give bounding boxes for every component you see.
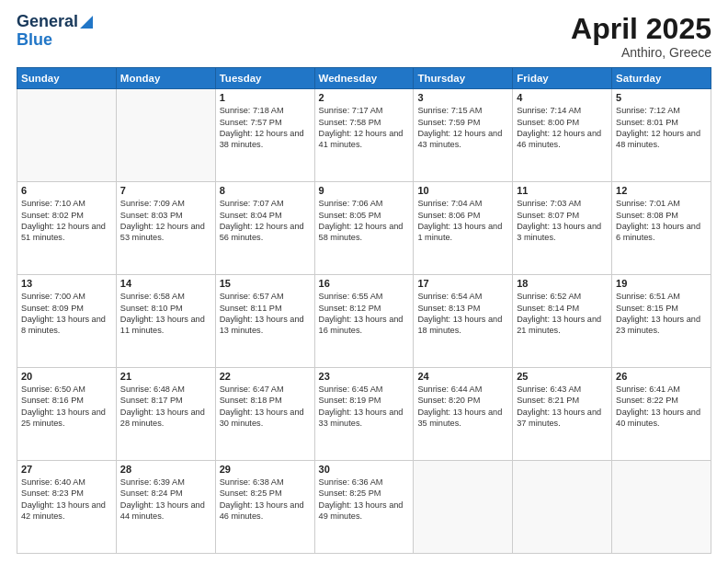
day-info: Sunrise: 7:06 AM Sunset: 8:05 PM Dayligh… <box>319 198 410 244</box>
day-cell: 20Sunrise: 6:50 AM Sunset: 8:16 PM Dayli… <box>17 368 117 461</box>
title-block: April 2025 Anthiro, Greece <box>571 13 711 60</box>
day-cell: 2Sunrise: 7:17 AM Sunset: 7:58 PM Daylig… <box>314 89 414 182</box>
day-number: 16 <box>319 278 410 289</box>
day-info: Sunrise: 6:45 AM Sunset: 8:19 PM Dayligh… <box>319 384 410 430</box>
day-cell: 5Sunrise: 7:12 AM Sunset: 8:01 PM Daylig… <box>612 89 711 182</box>
day-number: 10 <box>417 185 508 196</box>
day-info: Sunrise: 7:18 AM Sunset: 7:57 PM Dayligh… <box>220 105 311 151</box>
day-info: Sunrise: 7:10 AM Sunset: 8:02 PM Dayligh… <box>21 198 112 244</box>
day-cell <box>17 89 117 182</box>
week-row-2: 6Sunrise: 7:10 AM Sunset: 8:02 PM Daylig… <box>17 182 711 275</box>
day-number: 4 <box>517 92 608 103</box>
day-cell: 25Sunrise: 6:43 AM Sunset: 8:21 PM Dayli… <box>513 368 612 461</box>
calendar-header-row: SundayMondayTuesdayWednesdayThursdayFrid… <box>17 68 711 89</box>
day-cell: 11Sunrise: 7:03 AM Sunset: 8:07 PM Dayli… <box>513 182 612 275</box>
day-cell: 13Sunrise: 7:00 AM Sunset: 8:09 PM Dayli… <box>17 275 117 368</box>
day-cell: 27Sunrise: 6:40 AM Sunset: 8:23 PM Dayli… <box>17 461 117 554</box>
day-info: Sunrise: 6:47 AM Sunset: 8:18 PM Dayligh… <box>220 384 311 430</box>
day-number: 25 <box>517 371 608 382</box>
day-cell: 15Sunrise: 6:57 AM Sunset: 8:11 PM Dayli… <box>215 275 314 368</box>
week-row-4: 20Sunrise: 6:50 AM Sunset: 8:16 PM Dayli… <box>17 368 711 461</box>
day-info: Sunrise: 7:14 AM Sunset: 8:00 PM Dayligh… <box>517 105 608 151</box>
day-info: Sunrise: 6:55 AM Sunset: 8:12 PM Dayligh… <box>319 291 410 337</box>
day-number: 5 <box>616 92 707 103</box>
day-number: 11 <box>517 185 608 196</box>
day-info: Sunrise: 6:58 AM Sunset: 8:10 PM Dayligh… <box>120 291 211 337</box>
day-number: 27 <box>21 464 112 475</box>
column-header-thursday: Thursday <box>414 68 513 89</box>
day-info: Sunrise: 7:01 AM Sunset: 8:08 PM Dayligh… <box>616 198 707 244</box>
day-cell: 19Sunrise: 6:51 AM Sunset: 8:15 PM Dayli… <box>612 275 711 368</box>
day-info: Sunrise: 7:09 AM Sunset: 8:03 PM Dayligh… <box>120 198 211 244</box>
day-number: 21 <box>120 371 211 382</box>
calendar-title: April 2025 <box>571 13 711 45</box>
day-info: Sunrise: 6:44 AM Sunset: 8:20 PM Dayligh… <box>417 384 508 430</box>
column-header-sunday: Sunday <box>17 68 117 89</box>
day-info: Sunrise: 6:38 AM Sunset: 8:25 PM Dayligh… <box>220 477 311 523</box>
day-number: 3 <box>417 92 508 103</box>
day-info: Sunrise: 6:57 AM Sunset: 8:11 PM Dayligh… <box>220 291 311 337</box>
day-cell: 26Sunrise: 6:41 AM Sunset: 8:22 PM Dayli… <box>612 368 711 461</box>
day-info: Sunrise: 6:48 AM Sunset: 8:17 PM Dayligh… <box>120 384 211 430</box>
day-info: Sunrise: 6:43 AM Sunset: 8:21 PM Dayligh… <box>517 384 608 430</box>
day-number: 28 <box>120 464 211 475</box>
day-number: 30 <box>319 464 410 475</box>
day-info: Sunrise: 6:41 AM Sunset: 8:22 PM Dayligh… <box>616 384 707 430</box>
day-cell: 22Sunrise: 6:47 AM Sunset: 8:18 PM Dayli… <box>215 368 314 461</box>
column-header-tuesday: Tuesday <box>215 68 314 89</box>
column-header-monday: Monday <box>116 68 215 89</box>
day-cell: 10Sunrise: 7:04 AM Sunset: 8:06 PM Dayli… <box>414 182 513 275</box>
day-cell: 1Sunrise: 7:18 AM Sunset: 7:57 PM Daylig… <box>215 89 314 182</box>
day-info: Sunrise: 6:36 AM Sunset: 8:25 PM Dayligh… <box>319 477 410 523</box>
day-info: Sunrise: 6:40 AM Sunset: 8:23 PM Dayligh… <box>21 477 112 523</box>
day-number: 7 <box>120 185 211 196</box>
header: General Blue April 2025 Anthiro, Greece <box>17 13 711 60</box>
day-cell <box>414 461 513 554</box>
day-number: 9 <box>319 185 410 196</box>
day-cell: 9Sunrise: 7:06 AM Sunset: 8:05 PM Daylig… <box>314 182 414 275</box>
day-cell: 8Sunrise: 7:07 AM Sunset: 8:04 PM Daylig… <box>215 182 314 275</box>
day-number: 6 <box>21 185 112 196</box>
day-number: 20 <box>21 371 112 382</box>
day-cell: 24Sunrise: 6:44 AM Sunset: 8:20 PM Dayli… <box>414 368 513 461</box>
day-number: 18 <box>517 278 608 289</box>
day-number: 19 <box>616 278 707 289</box>
day-cell: 17Sunrise: 6:54 AM Sunset: 8:13 PM Dayli… <box>414 275 513 368</box>
day-cell: 28Sunrise: 6:39 AM Sunset: 8:24 PM Dayli… <box>116 461 215 554</box>
logo-triangle-icon <box>80 16 93 29</box>
day-cell: 29Sunrise: 6:38 AM Sunset: 8:25 PM Dayli… <box>215 461 314 554</box>
column-header-friday: Friday <box>513 68 612 89</box>
day-info: Sunrise: 6:50 AM Sunset: 8:16 PM Dayligh… <box>21 384 112 430</box>
calendar-location: Anthiro, Greece <box>571 45 711 60</box>
day-number: 26 <box>616 371 707 382</box>
calendar-table: SundayMondayTuesdayWednesdayThursdayFrid… <box>17 67 711 554</box>
column-header-saturday: Saturday <box>612 68 711 89</box>
day-number: 17 <box>417 278 508 289</box>
day-number: 14 <box>120 278 211 289</box>
page: General Blue April 2025 Anthiro, Greece … <box>0 0 728 563</box>
day-number: 24 <box>417 371 508 382</box>
day-info: Sunrise: 7:17 AM Sunset: 7:58 PM Dayligh… <box>319 105 410 151</box>
day-cell: 7Sunrise: 7:09 AM Sunset: 8:03 PM Daylig… <box>116 182 215 275</box>
column-header-wednesday: Wednesday <box>314 68 414 89</box>
day-info: Sunrise: 7:15 AM Sunset: 7:59 PM Dayligh… <box>417 105 508 151</box>
day-number: 2 <box>319 92 410 103</box>
day-cell <box>612 461 711 554</box>
day-number: 23 <box>319 371 410 382</box>
day-info: Sunrise: 7:03 AM Sunset: 8:07 PM Dayligh… <box>517 198 608 244</box>
day-info: Sunrise: 7:04 AM Sunset: 8:06 PM Dayligh… <box>417 198 508 244</box>
day-cell: 21Sunrise: 6:48 AM Sunset: 8:17 PM Dayli… <box>116 368 215 461</box>
week-row-1: 1Sunrise: 7:18 AM Sunset: 7:57 PM Daylig… <box>17 89 711 182</box>
day-info: Sunrise: 6:39 AM Sunset: 8:24 PM Dayligh… <box>120 477 211 523</box>
day-cell: 14Sunrise: 6:58 AM Sunset: 8:10 PM Dayli… <box>116 275 215 368</box>
day-info: Sunrise: 6:54 AM Sunset: 8:13 PM Dayligh… <box>417 291 508 337</box>
day-number: 22 <box>220 371 311 382</box>
day-info: Sunrise: 6:52 AM Sunset: 8:14 PM Dayligh… <box>517 291 608 337</box>
day-cell: 16Sunrise: 6:55 AM Sunset: 8:12 PM Dayli… <box>314 275 414 368</box>
day-number: 13 <box>21 278 112 289</box>
day-number: 12 <box>616 185 707 196</box>
day-cell: 6Sunrise: 7:10 AM Sunset: 8:02 PM Daylig… <box>17 182 117 275</box>
day-cell: 23Sunrise: 6:45 AM Sunset: 8:19 PM Dayli… <box>314 368 414 461</box>
week-row-5: 27Sunrise: 6:40 AM Sunset: 8:23 PM Dayli… <box>17 461 711 554</box>
day-info: Sunrise: 7:12 AM Sunset: 8:01 PM Dayligh… <box>616 105 707 151</box>
